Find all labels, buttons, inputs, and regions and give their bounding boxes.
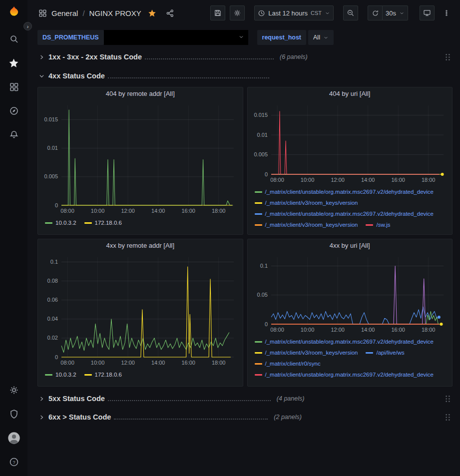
legend-row: /_matrix/client/v3/room_keys/version/api… [255, 347, 450, 358]
svg-text:10:00: 10:00 [301, 177, 315, 183]
share-icon[interactable] [166, 9, 174, 17]
legend-swatch-icon [255, 374, 262, 376]
legend-item[interactable]: /_matrix/client/unstable/org.matrix.msc2… [255, 211, 434, 217]
caret-down-icon [323, 35, 329, 40]
chevron-right-icon [37, 54, 45, 60]
content: General / NGINX PROXY [27, 0, 460, 476]
row-header-5xx[interactable]: 5xx Status Code (4 panels) [37, 392, 453, 406]
svg-text:08:00: 08:00 [61, 360, 75, 366]
legend-swatch-icon [255, 224, 262, 226]
refresh-interval-dropdown[interactable]: 30s [383, 5, 408, 20]
legend-item[interactable]: /_matrix/client/unstable/org.matrix.msc2… [255, 339, 434, 345]
legend-item[interactable]: /_matrix/client/unstable/org.matrix.msc2… [255, 372, 434, 378]
row-title: 4xx Status Code [48, 72, 105, 80]
legend-item[interactable]: /_matrix/client/v3/room_keys/version [255, 200, 358, 206]
svg-text:0.04: 0.04 [47, 316, 58, 322]
row-header-1xx-3xx-2xx[interactable]: 1xx - 3xx - 2xx Status Code (6 panels) [37, 50, 453, 64]
row-dotted-leader [108, 77, 269, 78]
svg-text:12:00: 12:00 [121, 208, 135, 214]
panel-404-by-uri: 404 by uri [All] 00.0050.010.01508:0010:… [247, 87, 453, 235]
legend-label: 172.18.0.6 [95, 220, 122, 226]
svg-text:18:00: 18:00 [422, 327, 436, 333]
save-dashboard-button[interactable] [210, 5, 225, 20]
legend-item[interactable]: 10.0.3.2 [45, 220, 76, 226]
kebab-menu-icon[interactable] [439, 5, 454, 20]
tv-mode-button[interactable] [420, 5, 435, 20]
request-host-dropdown[interactable]: All [308, 30, 334, 45]
legend-row: 10.0.3.2172.18.0.6 [45, 369, 240, 380]
request-host-label[interactable]: request_host [257, 30, 307, 45]
datasource-label[interactable]: DS_PROMETHEUS [37, 30, 104, 45]
panel-4xx-by-uri: 4xx by uri [All] 00.050.108:0010:0012:00… [247, 239, 453, 387]
row-dotted-leader [145, 58, 274, 59]
user-avatar[interactable] [7, 431, 21, 445]
time-range-picker[interactable]: Last 12 hours CST [254, 5, 334, 20]
datasource-value-dropdown[interactable] [104, 30, 248, 45]
help-icon[interactable]: ? [7, 455, 21, 469]
caret-down-icon [399, 10, 405, 16]
legend-item[interactable]: 172.18.0.6 [84, 372, 122, 378]
caret-down-icon [238, 33, 244, 42]
svg-text:12:00: 12:00 [121, 360, 135, 366]
timeseries-chart[interactable]: 00.020.040.060.080.108:0010:0012:0014:00… [40, 252, 240, 367]
legend-item[interactable]: /sw.js [366, 222, 390, 228]
legend-swatch-icon [45, 374, 52, 376]
breadcrumb: General / NGINX PROXY [38, 9, 174, 17]
panel-4xx-by-remote-addr: 4xx by remote addr [All] 00.020.040.060.… [37, 239, 243, 387]
zoom-out-button[interactable] [343, 5, 358, 20]
settings-gear-icon[interactable] [7, 383, 21, 397]
row-header-6xx[interactable]: 6xx > Status Code (2 panels) [37, 410, 453, 424]
alerting-bell-icon[interactable] [7, 128, 21, 142]
search-icon[interactable] [7, 32, 21, 46]
variables-row: DS_PROMETHEUS request_host All [27, 26, 460, 49]
starred-dashboards-icon[interactable] [7, 56, 21, 70]
grafana-logo-icon[interactable] [7, 5, 21, 19]
legend-label: 172.18.0.6 [95, 372, 122, 378]
panel-title[interactable]: 404 by remote addr [All] [38, 87, 243, 100]
svg-text:14:00: 14:00 [361, 177, 375, 183]
apps-grid-icon [38, 9, 47, 17]
breadcrumb-folder[interactable]: General [51, 9, 78, 17]
legend-row: /_matrix/client/unstable/org.matrix.msc2… [255, 336, 450, 347]
legend-item[interactable]: /_matrix/client/unstable/org.matrix.msc2… [255, 189, 434, 195]
row-drag-handle-icon[interactable] [443, 394, 453, 404]
svg-text:08:00: 08:00 [61, 208, 75, 214]
legend-row: 10.0.3.2172.18.0.6 [45, 217, 240, 228]
svg-text:0: 0 [55, 354, 58, 360]
timeseries-chart[interactable]: 00.0050.010.01508:0010:0012:0014:0016:00… [250, 100, 450, 184]
svg-text:10:00: 10:00 [301, 327, 315, 333]
breadcrumb-dashboard-title[interactable]: NGINX PROXY [89, 9, 141, 17]
caret-down-icon [325, 10, 330, 16]
svg-text:0.08: 0.08 [47, 278, 58, 284]
legend-label: /_matrix/client/v3/room_keys/version [265, 222, 358, 228]
legend-label: /_matrix/client/unstable/org.matrix.msc2… [265, 339, 434, 345]
refresh-button[interactable] [368, 5, 383, 20]
svg-text:0.015: 0.015 [254, 112, 268, 118]
timeseries-chart[interactable]: 00.0050.010.01508:0010:0012:0014:0016:00… [40, 100, 240, 215]
legend-item[interactable]: /_matrix/client/v3/room_keys/version [255, 350, 358, 356]
favorite-star-icon[interactable] [148, 9, 156, 17]
sidebar-expand-button[interactable]: › [23, 22, 32, 30]
row-drag-handle-icon[interactable] [443, 412, 453, 422]
row-header-4xx[interactable]: 4xx Status Code [37, 69, 453, 83]
svg-text:0: 0 [265, 321, 268, 327]
row-drag-handle-icon[interactable] [443, 52, 453, 62]
legend-item[interactable]: 172.18.0.6 [84, 220, 122, 226]
timeseries-chart[interactable]: 00.050.108:0010:0012:0014:0016:0018:00 [250, 252, 450, 334]
legend-item[interactable]: /_matrix/client/v3/room_keys/version [255, 222, 358, 228]
server-admin-shield-icon[interactable] [7, 407, 21, 421]
legend-label: 10.0.3.2 [55, 220, 76, 226]
dashboards-icon[interactable] [7, 80, 21, 94]
panel-title[interactable]: 4xx by remote addr [All] [38, 239, 243, 252]
time-range-label: Last 12 hours [268, 9, 308, 17]
legend-item[interactable]: /_matrix/client/r0/sync [255, 361, 321, 367]
panel-title[interactable]: 404 by uri [All] [248, 87, 453, 100]
legend-swatch-icon [255, 191, 262, 193]
legend-item[interactable]: 10.0.3.2 [45, 372, 76, 378]
legend-swatch-icon [366, 352, 373, 354]
panel-title[interactable]: 4xx by uri [All] [248, 239, 453, 252]
legend-item[interactable]: /api/live/ws [366, 350, 404, 356]
svg-text:14:00: 14:00 [151, 360, 165, 366]
dashboard-settings-button[interactable] [230, 5, 245, 20]
explore-compass-icon[interactable] [7, 104, 21, 118]
